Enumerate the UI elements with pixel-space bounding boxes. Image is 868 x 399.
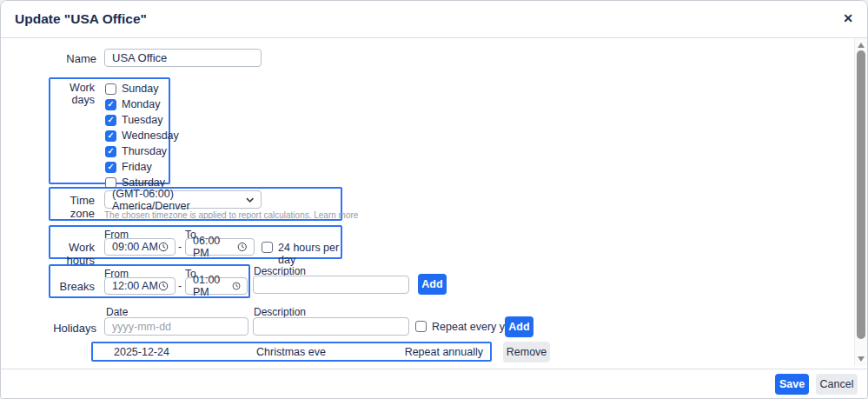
day-label: Monday <box>122 98 160 110</box>
day-row-thursday: Thursday <box>105 143 179 159</box>
holiday-remove-button[interactable]: Remove <box>503 342 550 362</box>
time-zone-section: Time zone (GMT-06:00) America/Denver The… <box>49 187 342 221</box>
learn-more-link[interactable]: Learn more <box>314 210 358 220</box>
vertical-scrollbar[interactable] <box>854 38 867 366</box>
scroll-up-arrow-icon[interactable] <box>858 43 865 48</box>
all-day-label: 24 hours per day <box>278 242 341 266</box>
work-hours-to-input[interactable]: 06:00 PM <box>185 238 255 256</box>
holiday-date-label: Date <box>106 306 128 318</box>
work-hours-from-input[interactable]: 09:00 AM <box>104 238 176 256</box>
work-days-list: Sunday Monday Tuesday Wednesday Thursday… <box>105 81 179 190</box>
holiday-date-input[interactable] <box>104 317 248 336</box>
work-hours-section: Work hours From 09:00 AM - To 06:00 PM 2… <box>49 225 342 259</box>
breaks-label: Breaks <box>50 280 95 293</box>
close-icon[interactable]: ✕ <box>843 11 853 25</box>
holiday-description-input[interactable] <box>253 317 409 336</box>
day-label: Wednesday <box>122 130 179 142</box>
tuesday-checkbox[interactable] <box>105 115 116 126</box>
clock-icon <box>158 242 169 252</box>
save-button[interactable]: Save <box>775 374 809 395</box>
chevron-down-icon <box>246 197 254 203</box>
all-day-checkbox[interactable] <box>262 242 273 253</box>
name-input[interactable] <box>104 49 262 67</box>
to-time-value: 01:00 PM <box>193 274 232 298</box>
time-zone-selected-value: (GMT-06:00) America/Denver <box>112 188 246 212</box>
breaks-from-input[interactable]: 12:00 AM <box>104 277 176 295</box>
scroll-down-arrow-icon[interactable] <box>858 356 865 362</box>
monday-checkbox[interactable] <box>105 99 116 110</box>
wednesday-checkbox[interactable] <box>105 130 116 142</box>
time-range-separator: - <box>178 280 182 292</box>
thursday-checkbox[interactable] <box>105 146 116 157</box>
scrollbar-thumb[interactable] <box>857 50 865 339</box>
name-label: Name <box>36 52 96 65</box>
work-hours-label: Work hours <box>50 241 95 267</box>
day-label: Friday <box>122 161 152 173</box>
update-office-dialog: Update "USA Office" ✕ Name Work days Sun… <box>0 0 868 399</box>
clock-icon <box>158 281 169 291</box>
holiday-description-label: Description <box>254 306 306 318</box>
breaks-add-button[interactable]: Add <box>418 274 447 295</box>
breaks-to-input[interactable]: 01:00 PM <box>185 277 248 295</box>
holiday-entry-description: Christmas eve <box>256 346 326 358</box>
day-label: Thursday <box>122 145 167 157</box>
time-zone-label: Time zone <box>50 194 95 220</box>
friday-checkbox[interactable] <box>105 162 116 173</box>
holidays-add-button[interactable]: Add <box>505 316 533 337</box>
repeat-every-year-checkbox[interactable] <box>415 321 427 332</box>
holiday-entry-date: 2025-12-24 <box>114 346 169 358</box>
work-days-section: Work days Sunday Monday Tuesday Wednesda… <box>49 77 170 184</box>
holidays-label: Holidays <box>36 322 96 335</box>
helper-text: The chosen timezone is applied to report… <box>104 210 311 220</box>
breaks-description-input[interactable] <box>253 276 409 294</box>
day-row-tuesday: Tuesday <box>105 112 179 128</box>
day-row-monday: Monday <box>105 96 179 112</box>
dialog-header: Update "USA Office" ✕ <box>1 1 867 38</box>
clock-icon <box>237 242 248 252</box>
day-row-friday: Friday <box>105 159 179 175</box>
from-time-value: 12:00 AM <box>112 280 158 292</box>
dialog-title: Update "USA Office" <box>15 11 147 27</box>
day-label: Tuesday <box>122 114 162 126</box>
time-range-separator: - <box>178 241 182 253</box>
dialog-footer: Save Cancel <box>1 369 867 399</box>
day-row-sunday: Sunday <box>105 81 179 96</box>
to-time-value: 06:00 PM <box>193 235 237 259</box>
time-zone-helper: The chosen timezone is applied to report… <box>104 210 358 220</box>
sunday-checkbox[interactable] <box>105 83 116 95</box>
from-time-value: 09:00 AM <box>112 241 158 253</box>
work-days-label: Work days <box>50 82 95 106</box>
clock-icon <box>232 281 241 291</box>
breaks-section: Breaks From 12:00 AM - To 01:00 PM <box>49 264 250 298</box>
time-zone-select[interactable]: (GMT-06:00) America/Denver <box>104 190 262 209</box>
holiday-entry-repeat: Repeat annually <box>405 346 483 358</box>
cancel-button[interactable]: Cancel <box>816 374 858 395</box>
holiday-entry-row: 2025-12-24 Christmas eve Repeat annually <box>91 342 492 362</box>
day-label: Sunday <box>122 83 158 95</box>
day-row-wednesday: Wednesday <box>105 128 179 143</box>
